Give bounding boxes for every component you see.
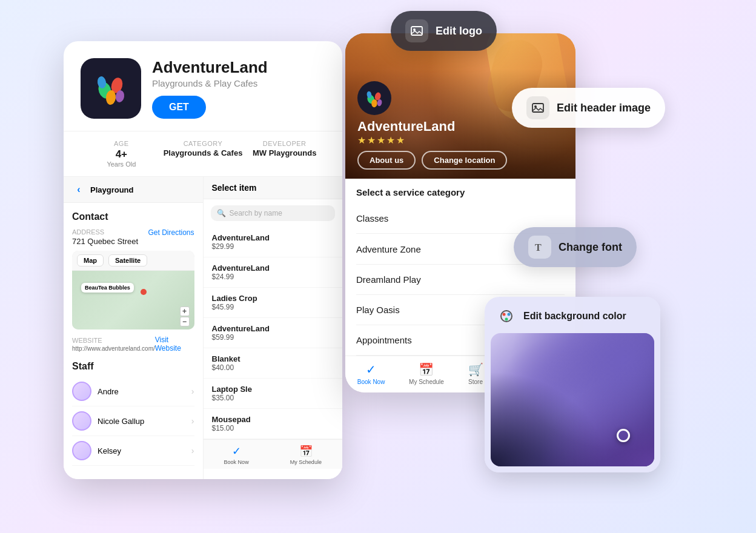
schedule-label: My Schedule: [290, 459, 322, 465]
chevron-icon-1: ›: [191, 416, 194, 426]
address-row: Address 721 Quebec Street Get Directions: [72, 228, 194, 246]
about-us-button[interactable]: About us: [357, 151, 416, 170]
appstore-title-area: AdventureLand Playgrounds & Play Cafes G…: [152, 58, 325, 119]
item-row-0[interactable]: AdventureLand $29.99: [204, 227, 343, 257]
app-icon: [81, 58, 141, 119]
staff-name-1: Nicole Gallup: [98, 417, 191, 426]
palette-icon: [497, 306, 516, 326]
change-font-label: Change font: [559, 241, 622, 254]
meta-age: AGE 4+ Years Old: [81, 140, 162, 168]
change-font-tooltip[interactable]: T Change font: [514, 227, 637, 267]
get-button[interactable]: GET: [152, 96, 206, 119]
header-image-icon: [526, 96, 549, 119]
book-icon: ✓: [232, 445, 241, 458]
schedule-icon: 📅: [299, 445, 313, 458]
item-name-6: Mousepad: [212, 415, 334, 424]
app-tab-schedule[interactable]: 📅 My Schedule: [409, 362, 444, 385]
website-row: Website http://www.adventureland.com/ Vi…: [72, 336, 194, 353]
service-name-appointments: Appointments: [356, 335, 412, 345]
chevron-icon-0: ›: [191, 386, 194, 396]
service-item-dreamland[interactable]: Dreamland Play: [356, 265, 565, 295]
zoom-in-button[interactable]: +: [180, 306, 190, 316]
search-box[interactable]: 🔍 Search by name: [211, 205, 336, 221]
item-price-3: $59.99: [212, 333, 334, 342]
color-picker-circle[interactable]: [617, 429, 630, 442]
visit-website-link[interactable]: Visit Website: [155, 336, 194, 353]
book-label: Book Now: [224, 459, 249, 465]
search-icon: 🔍: [217, 209, 226, 217]
staff-avatar-2: [72, 441, 91, 460]
staff-row-1[interactable]: Nicole Gallup ›: [72, 406, 194, 436]
color-picker-area[interactable]: [491, 333, 654, 466]
color-gradient: [491, 333, 654, 466]
zoom-out-button[interactable]: −: [180, 317, 190, 326]
staff-name-0: Andre: [98, 387, 191, 396]
inner-tab-bar: ✓ Book Now 📅 My Schedule: [204, 439, 343, 469]
appstore-name: AdventureLand: [152, 58, 325, 77]
staff-row-2[interactable]: Kelsey ›: [72, 436, 194, 466]
website-url: http://www.adventureland.com/: [72, 345, 155, 352]
app-tab-store-icon: 🛒: [468, 362, 483, 377]
edit-logo-tooltip[interactable]: Edit logo: [391, 11, 497, 51]
website-area: Website http://www.adventureland.com/: [72, 337, 155, 352]
developer-value: MW Playgrounds: [244, 148, 325, 157]
staff-title: Staff: [72, 361, 194, 372]
item-row-3[interactable]: AdventureLand $59.99: [204, 318, 343, 348]
chevron-icon-2: ›: [191, 446, 194, 455]
developer-label: DEVELOPER: [244, 140, 325, 147]
select-item-panel: Select item 🔍 Search by name AdventureLa…: [203, 177, 343, 479]
item-price-1: $24.99: [212, 273, 334, 281]
app-tab-book-icon: ✓: [366, 362, 376, 377]
item-price-5: $35.00: [212, 394, 334, 402]
directions-link[interactable]: Get Directions: [148, 228, 194, 237]
edit-bg-color-tooltip[interactable]: Edit background color: [485, 297, 660, 472]
map-box[interactable]: Map Satellite BeauTea Bubbles + −: [72, 251, 194, 329]
map-bg: BeauTea Bubbles + −: [72, 271, 194, 329]
map-tab-map[interactable]: Map: [77, 254, 104, 266]
item-row-6[interactable]: Mousepad $15.00: [204, 409, 343, 439]
app-tab-book-label: Book Now: [357, 379, 385, 385]
map-label: BeauTea Bubbles: [81, 283, 134, 293]
edit-logo-label: Edit logo: [436, 25, 482, 38]
category-label: CATEGORY: [162, 140, 244, 147]
item-row-4[interactable]: Blanket $40.00: [204, 348, 343, 379]
svg-point-17: [508, 313, 511, 316]
item-name-3: AdventureLand: [212, 324, 334, 333]
map-tab-satellite[interactable]: Satellite: [108, 254, 147, 266]
category-value: Playgrounds & Cafes: [162, 148, 244, 157]
appstore-header: AdventureLand Playgrounds & Play Cafes G…: [64, 41, 342, 131]
playground-title: Playground: [90, 185, 134, 194]
item-name-1: AdventureLand: [212, 263, 334, 273]
font-icon: T: [528, 236, 551, 259]
meta-developer: DEVELOPER MW Playgrounds: [244, 140, 325, 168]
app-tab-book[interactable]: ✓ Book Now: [357, 362, 385, 385]
appstore-card: AdventureLand Playgrounds & Play Cafes G…: [64, 41, 342, 479]
map-zoom: + −: [180, 306, 190, 326]
select-item-header: Select item: [204, 177, 343, 199]
svg-point-16: [503, 313, 506, 316]
staff-avatar-0: [72, 382, 91, 401]
service-name-dreamland: Dreamland Play: [356, 274, 421, 285]
inner-tab-schedule[interactable]: 📅 My Schedule: [290, 445, 322, 465]
address-label: Address: [72, 228, 138, 236]
item-row-5[interactable]: Laptop Sle $35.00: [204, 379, 343, 409]
staff-row-0[interactable]: Andre ›: [72, 377, 194, 406]
age-label: AGE: [81, 140, 162, 147]
service-name-adventure: Adventure Zone: [356, 244, 421, 254]
inner-tab-book[interactable]: ✓ Book Now: [224, 445, 249, 465]
edit-header-tooltip[interactable]: Edit header image: [512, 88, 665, 128]
app-tab-store[interactable]: 🛒 Store: [468, 362, 483, 385]
staff-name-2: Kelsey: [98, 446, 191, 455]
item-price-2: $45.99: [212, 303, 334, 311]
playground-panel: ‹ Playground Contact Address 721 Quebec …: [64, 177, 203, 479]
item-row-1[interactable]: AdventureLand $24.99: [204, 257, 343, 288]
map-pin: [139, 289, 148, 300]
svg-point-18: [505, 318, 508, 321]
back-button[interactable]: ‹: [72, 183, 85, 196]
item-row-2[interactable]: Ladies Crop $45.99: [204, 288, 343, 318]
change-location-button[interactable]: Change location: [422, 151, 507, 170]
website-label: Website: [72, 337, 155, 344]
appstore-subtitle: Playgrounds & Play Cafes: [152, 78, 325, 88]
map-tabs: Map Satellite: [72, 251, 194, 271]
age-sub: Years Old: [81, 161, 162, 168]
